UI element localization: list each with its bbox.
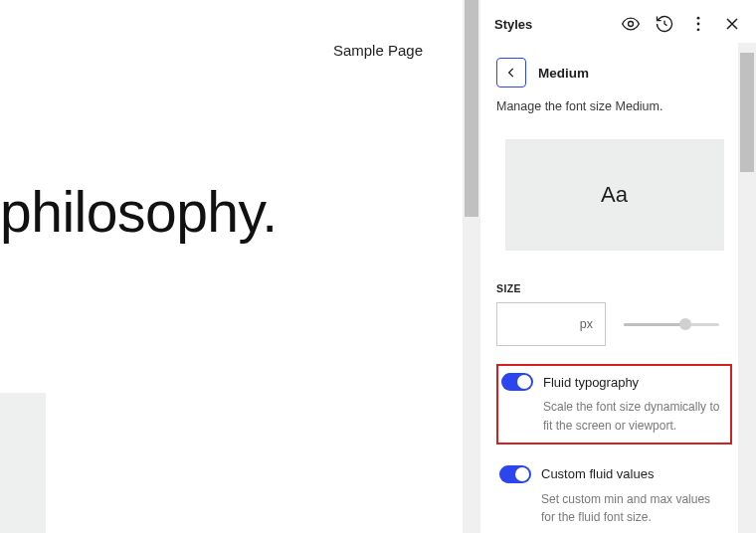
font-size-preview: Aa [505, 139, 724, 251]
breadcrumb-label: Medium [538, 66, 589, 81]
svg-point-1 [697, 17, 700, 20]
close-panel-icon[interactable] [718, 10, 746, 38]
fluid-typography-label: Fluid typography [543, 375, 639, 390]
panel-vertical-scrollbar[interactable] [738, 43, 756, 533]
custom-fluid-values-label: Custom fluid values [541, 466, 654, 481]
preview-sample-text: Aa [601, 182, 628, 208]
revisions-icon[interactable] [651, 10, 678, 38]
panel-header: Styles [480, 0, 756, 48]
size-unit-label[interactable]: px [580, 317, 593, 331]
custom-fluid-values-option: Custom fluid values Set custom min and m… [496, 458, 732, 533]
custom-fluid-values-toggle[interactable] [499, 465, 531, 483]
style-book-icon[interactable] [617, 10, 645, 38]
back-button[interactable] [496, 58, 526, 88]
slider-fill [624, 323, 683, 326]
page-heading[interactable]: philosophy. [0, 179, 278, 245]
fluid-typography-description: Scale the font size dynamically to fit t… [543, 398, 725, 435]
size-number-input[interactable]: px [496, 302, 606, 346]
svg-point-2 [697, 23, 700, 26]
svg-point-0 [629, 22, 634, 27]
slider-knob[interactable] [679, 318, 691, 330]
scrollbar-thumb[interactable] [465, 0, 478, 217]
size-control-row: px [496, 302, 732, 346]
fluid-typography-option: Fluid typography Scale the font size dyn… [496, 364, 732, 444]
panel-title: Styles [494, 17, 532, 32]
panel-body: Medium Manage the font size Medium. Aa S… [480, 48, 756, 533]
size-slider[interactable] [624, 314, 719, 334]
nav-link-sample-page[interactable]: Sample Page [333, 42, 423, 59]
panel-description: Manage the font size Medium. [496, 99, 732, 113]
fluid-typography-toggle[interactable] [501, 373, 533, 391]
canvas-vertical-scrollbar[interactable] [463, 0, 480, 533]
size-section-label: SIZE [496, 282, 732, 294]
more-menu-icon[interactable] [684, 10, 712, 38]
content-block-placeholder [0, 393, 46, 533]
custom-fluid-values-description: Set custom min and max values for the fl… [541, 490, 727, 527]
scrollbar-thumb[interactable] [740, 53, 754, 172]
styles-panel: Styles [480, 0, 756, 533]
editor-canvas: Sample Page philosophy. [0, 0, 463, 533]
svg-point-3 [697, 29, 700, 32]
breadcrumb-back-row: Medium [496, 58, 732, 88]
